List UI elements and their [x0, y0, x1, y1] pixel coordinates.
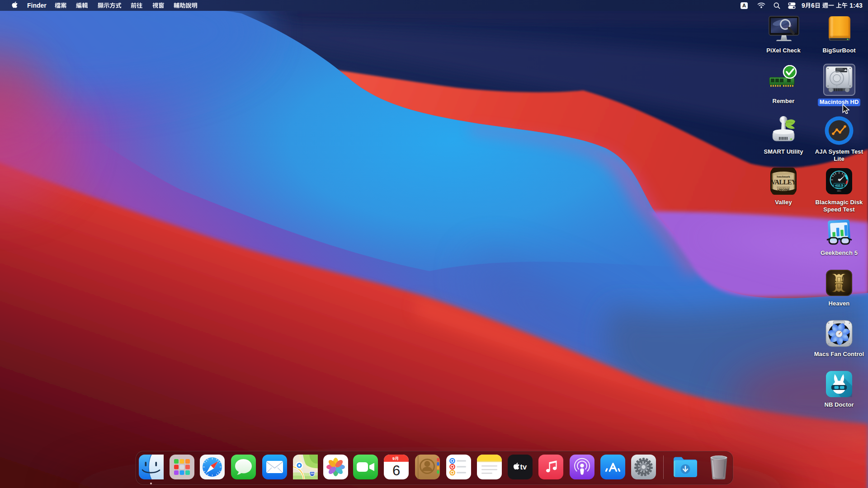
svg-text:280: 280 — [310, 472, 314, 475]
svg-text:432.5: 432.5 — [835, 184, 843, 187]
svg-text:tv: tv — [520, 463, 527, 471]
svg-text:6: 6 — [392, 463, 400, 479]
svg-text:benchmark: benchmark — [777, 175, 790, 178]
svg-text:9: 9 — [392, 456, 395, 461]
svg-text:UNIGINE: UNIGINE — [777, 188, 790, 191]
svg-text:MB/s: MB/s — [837, 190, 841, 192]
svg-text:VALLEY: VALLEY — [771, 178, 797, 186]
